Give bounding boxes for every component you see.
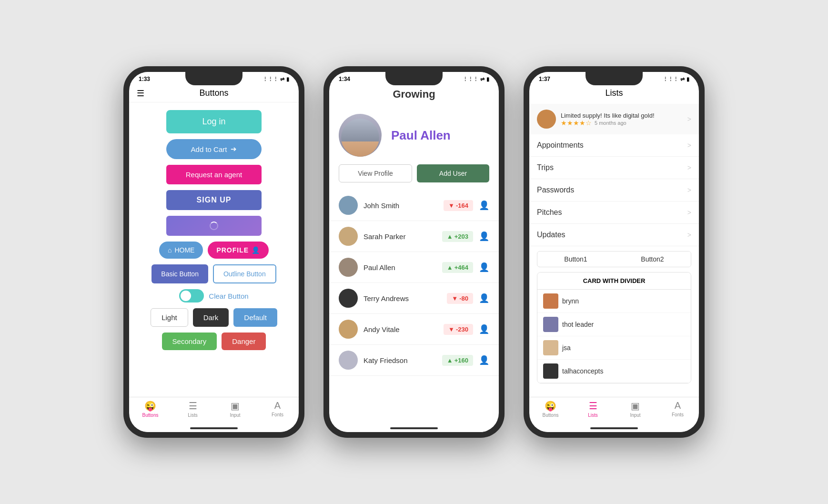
tab-input-3[interactable]: ▣ Input <box>614 397 656 421</box>
chevron-right-icon: > <box>687 209 691 216</box>
down-arrow: ▼ <box>452 295 458 302</box>
review-card[interactable]: Limited supply! Its like digital gold! ★… <box>529 104 699 134</box>
updates-row[interactable]: Updates > <box>529 224 699 246</box>
notch-3 <box>586 72 643 85</box>
home-indicator-3 <box>590 427 638 429</box>
list-item: Katy Friedson ▲ +160 👤 <box>329 345 499 376</box>
phone-growing: 1:34 ⋮⋮⋮ ⇌ ▮ Growing Paul Allen View Pro… <box>323 66 505 438</box>
p1-title: Buttons <box>199 88 228 98</box>
buttons-tab-icon: 😜 <box>144 400 156 412</box>
toggle-knob <box>181 291 191 301</box>
chevron-right-icon: > <box>687 186 691 194</box>
paul-name: Paul Allen <box>391 128 451 143</box>
toggle-button[interactable] <box>179 289 204 302</box>
johh-score: ▼ -164 <box>444 200 473 211</box>
tab-buttons-3[interactable]: 😜 Buttons <box>529 397 572 421</box>
danger-button[interactable]: Danger <box>222 333 266 350</box>
tab-fonts-3[interactable]: A Fonts <box>656 397 699 421</box>
card-item-jsa: jsa <box>537 336 691 360</box>
secondary-danger-row: Secondary Danger <box>162 333 266 350</box>
sarah-score: ▲ +203 <box>442 231 473 242</box>
tab-fonts[interactable]: A Fonts <box>256 397 299 421</box>
passwords-row[interactable]: Passwords > <box>529 179 699 202</box>
johh-name: Johh Smith <box>364 202 438 210</box>
profile-action-buttons: View Profile Add User <box>329 164 499 190</box>
loading-button[interactable] <box>166 216 262 236</box>
secondary-button[interactable]: Secondary <box>162 333 217 350</box>
paul-avatar <box>339 114 382 157</box>
lists-tab-icon-3: ☰ <box>589 400 597 412</box>
input-tab-icon: ▣ <box>231 400 240 412</box>
card-item-talha: talhaconcepts <box>537 360 691 383</box>
card-item-brynn: brynn <box>537 290 691 313</box>
status-icons-1: ⋮⋮⋮ ⇌ ▮ <box>263 76 289 82</box>
home-icon: ⌂ <box>168 246 172 254</box>
pitches-row[interactable]: Pitches > <box>529 202 699 224</box>
terry-avatar <box>339 289 358 308</box>
card-item-thot: thot leader <box>537 313 691 336</box>
tab-button1[interactable]: Button1 <box>537 252 614 267</box>
updates-label: Updates <box>537 231 565 239</box>
up-arrow: ▲ <box>447 233 453 240</box>
bottom-bar-1 <box>129 421 299 432</box>
tab-lists[interactable]: ☰ Lists <box>172 397 214 421</box>
brynn-avatar <box>543 293 558 309</box>
light-dark-row: Light Dark Default <box>151 308 277 327</box>
home-button[interactable]: ⌂ HOME <box>159 242 203 259</box>
login-button[interactable]: Log in <box>166 110 262 133</box>
terry-score: ▼ -80 <box>447 293 473 304</box>
view-profile-button[interactable]: View Profile <box>339 164 412 182</box>
time-1: 1:33 <box>139 76 150 82</box>
trips-row[interactable]: Trips > <box>529 157 699 179</box>
profile-section: Paul Allen <box>329 106 499 164</box>
terry-name: Terry Andrews <box>364 294 441 302</box>
tab-input[interactable]: ▣ Input <box>214 397 256 421</box>
add-user-button[interactable]: Add User <box>417 164 489 182</box>
light-button[interactable]: Light <box>151 308 188 327</box>
arrow-icon: ➔ <box>231 145 237 153</box>
clear-button[interactable]: Clear Button <box>209 289 248 302</box>
status-icons-2: ⋮⋮⋮ ⇌ ▮ <box>463 76 489 82</box>
input-tab-icon-3: ▣ <box>631 400 640 412</box>
review-avatar <box>537 110 556 129</box>
person-icon: 👤 <box>479 262 489 272</box>
buttons-tab-icon-3: 😜 <box>545 400 556 412</box>
tab-buttons[interactable]: 😜 Buttons <box>129 397 172 421</box>
tab-button2[interactable]: Button2 <box>614 252 691 267</box>
users-list: Johh Smith ▼ -164 👤 Sarah Parker ▲ +203 … <box>329 190 499 421</box>
p2-header: Growing <box>329 84 499 106</box>
menu-icon[interactable]: ☰ <box>137 88 144 99</box>
brynn-name: brynn <box>562 297 579 305</box>
tab-lists-3[interactable]: ☰ Lists <box>572 397 614 421</box>
profile-button[interactable]: PROFILE 👤 <box>208 242 269 259</box>
trips-label: Trips <box>537 163 554 172</box>
appointments-label: Appointments <box>537 141 584 150</box>
paul2-avatar <box>339 258 358 277</box>
paul2-score: ▲ +464 <box>442 262 473 273</box>
tab-buttons-row: Button1 Button2 <box>537 251 691 267</box>
home-indicator-1 <box>190 427 238 429</box>
profile-icon: 👤 <box>252 246 260 254</box>
chevron-right-icon: > <box>687 141 691 149</box>
dark-button[interactable]: Dark <box>193 308 229 327</box>
basic-button[interactable]: Basic Button <box>151 264 208 283</box>
spinner-icon <box>210 222 218 230</box>
default-button[interactable]: Default <box>233 308 277 327</box>
outline-button[interactable]: Outline Button <box>213 264 276 283</box>
down-arrow: ▼ <box>448 326 454 333</box>
request-agent-button[interactable]: Request an agent <box>166 165 262 184</box>
phone-lists: 1:37 ⋮⋮⋮ ⇌ ▮ Lists Limited supply! Its l… <box>524 66 705 438</box>
p2-title: Growing <box>393 88 435 100</box>
signup-button[interactable]: SIGN UP <box>166 190 262 210</box>
andy-name: Andy Vitale <box>364 325 438 333</box>
chevron-right-icon: > <box>687 231 691 239</box>
home-indicator-2 <box>390 427 438 429</box>
appointments-row[interactable]: Appointments > <box>529 134 699 157</box>
person-icon: 👤 <box>479 324 489 334</box>
add-to-cart-button[interactable]: Add to Cart ➔ <box>166 139 262 159</box>
status-icons-3: ⋮⋮⋮ ⇌ ▮ <box>663 76 689 82</box>
tab-bar-1: 😜 Buttons ☰ Lists ▣ Input A Fonts <box>129 397 299 421</box>
katy-name: Katy Friedson <box>364 356 436 364</box>
review-text: Limited supply! Its like digital gold! <box>561 112 683 119</box>
list-item: Johh Smith ▼ -164 👤 <box>329 190 499 221</box>
